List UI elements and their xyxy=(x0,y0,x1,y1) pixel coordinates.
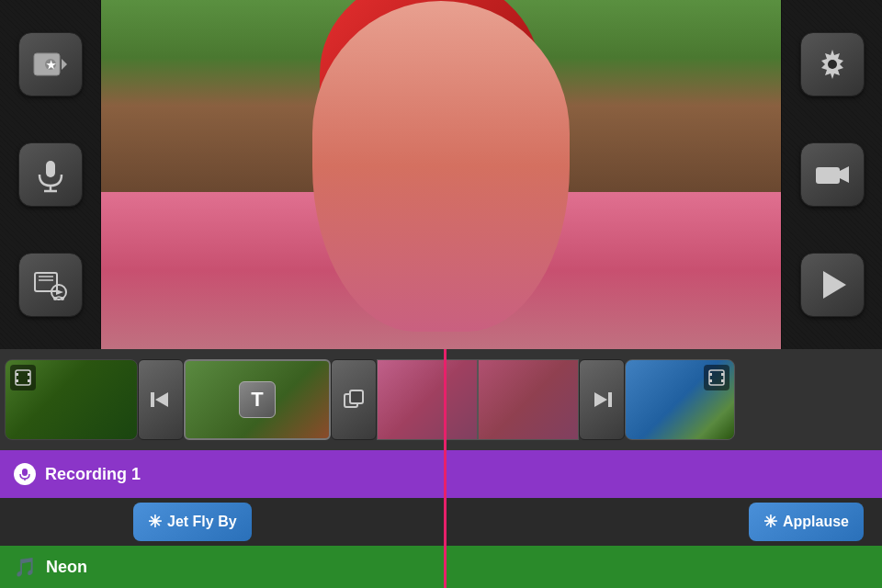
skip-forward-button[interactable] xyxy=(579,359,625,440)
applause-button[interactable]: ✳ Applause xyxy=(749,503,864,541)
recording-track[interactable]: Recording 1 xyxy=(0,450,882,498)
title-card-thumb[interactable]: T xyxy=(184,359,331,440)
music-track[interactable]: 🎵 Neon xyxy=(0,546,882,588)
svg-rect-32 xyxy=(721,373,724,376)
film-frame-icon-left xyxy=(10,365,36,390)
svg-rect-22 xyxy=(28,379,30,382)
camera-button[interactable] xyxy=(800,142,865,207)
applause-label: Applause xyxy=(783,514,849,530)
applause-star-icon: ✳ xyxy=(763,512,777,532)
add-clip-button[interactable]: ★ xyxy=(18,32,83,96)
copy-button[interactable] xyxy=(331,359,377,440)
media-button[interactable] xyxy=(18,253,83,317)
svg-rect-26 xyxy=(350,390,363,403)
svg-rect-21 xyxy=(28,373,30,376)
svg-text:★: ★ xyxy=(45,59,55,72)
thumb-container: T xyxy=(0,349,882,450)
video-thumb-2[interactable] xyxy=(377,359,478,440)
svg-rect-31 xyxy=(709,379,712,382)
svg-rect-20 xyxy=(16,379,18,382)
play-button[interactable] xyxy=(800,253,865,317)
music-label: Neon xyxy=(46,558,87,577)
person-face xyxy=(312,1,570,332)
svg-marker-1 xyxy=(62,59,67,70)
svg-marker-24 xyxy=(155,392,168,407)
svg-marker-28 xyxy=(594,392,607,407)
svg-rect-33 xyxy=(721,379,724,382)
svg-rect-15 xyxy=(816,167,840,184)
skip-back-button[interactable] xyxy=(138,359,184,440)
svg-rect-30 xyxy=(709,373,712,376)
svg-rect-19 xyxy=(16,373,18,376)
sound-effects-track: ✳ Jet Fly By ✳ Applause xyxy=(0,498,882,546)
right-sidebar xyxy=(781,0,882,349)
svg-marker-16 xyxy=(840,166,849,183)
svg-rect-7 xyxy=(35,273,57,291)
settings-button[interactable] xyxy=(800,32,865,96)
svg-rect-34 xyxy=(22,469,28,476)
music-note-icon: 🎵 xyxy=(14,556,37,578)
svg-marker-17 xyxy=(823,271,846,299)
video-thumb-1[interactable] xyxy=(5,359,138,440)
left-sidebar: ★ xyxy=(0,0,101,349)
mic-icon xyxy=(14,463,36,485)
playhead[interactable] xyxy=(444,349,447,588)
svg-point-14 xyxy=(828,60,837,69)
svg-rect-29 xyxy=(709,370,724,385)
svg-rect-18 xyxy=(16,370,30,385)
video-preview xyxy=(101,0,781,349)
jet-fly-by-label: Jet Fly By xyxy=(167,514,237,530)
video-strip: T xyxy=(0,349,882,450)
video-thumb-4[interactable] xyxy=(625,359,735,440)
jet-fly-by-star-icon: ✳ xyxy=(148,512,162,532)
jet-fly-by-button[interactable]: ✳ Jet Fly By xyxy=(133,503,252,541)
timeline-area: T xyxy=(0,349,882,588)
svg-rect-4 xyxy=(46,161,55,177)
film-frame-icon-right xyxy=(704,365,729,390)
video-preview-area xyxy=(101,0,781,349)
video-thumb-3[interactable] xyxy=(478,359,579,440)
svg-rect-23 xyxy=(151,392,154,407)
title-card-t-icon: T xyxy=(239,381,276,418)
recording-label: Recording 1 xyxy=(45,465,141,484)
microphone-button[interactable] xyxy=(18,142,83,207)
svg-rect-27 xyxy=(608,392,612,407)
